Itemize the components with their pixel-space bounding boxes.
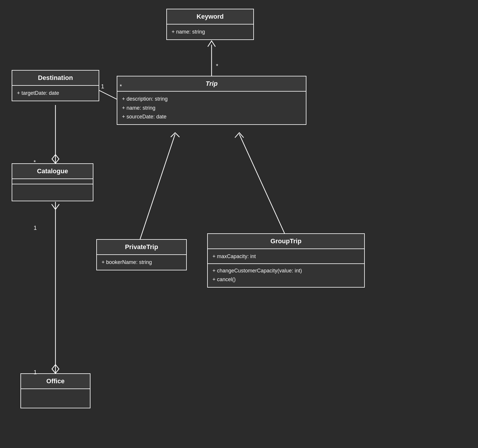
mult-dest-1: 1 (101, 83, 104, 90)
keyword-attr-1: + name: string (172, 27, 249, 36)
group-trip-attr-3: + changeCustomerCapacity(value: int) (212, 266, 360, 275)
mult-office-1: 1 (34, 369, 37, 376)
mult-catalogue-star: * (34, 159, 36, 166)
private-trip-body: + bookerName: string (97, 255, 186, 270)
private-trip-attr-1: + bookerName: string (102, 258, 182, 267)
group-trip-attr-4: + cancel() (212, 275, 360, 284)
group-trip-attr-1: + maxCapacity: int (212, 252, 360, 261)
destination-class: Destination + targetDate: date (12, 70, 99, 101)
private-trip-class: PrivateTrip + bookerName: string (96, 239, 187, 270)
trip-class: Trip + description: string + name: strin… (117, 76, 306, 125)
mult-trip-star: * (120, 83, 122, 90)
catalogue-class: Catalogue (12, 163, 93, 201)
svg-line-3 (239, 134, 285, 233)
group-trip-body: + maxCapacity: int + changeCustomerCapac… (208, 249, 364, 287)
trip-header: Trip (117, 76, 306, 92)
svg-line-1 (99, 90, 117, 99)
destination-attr-1: + targetDate: date (17, 89, 94, 98)
uml-diagram: Keyword + name: string Destination + tar… (0, 0, 478, 448)
group-trip-divider (208, 263, 364, 264)
group-trip-class: GroupTrip + maxCapacity: int + changeCus… (207, 233, 365, 288)
trip-attr-2: + name: string (122, 104, 301, 113)
office-header: Office (21, 374, 90, 389)
office-class: Office (20, 373, 90, 408)
svg-marker-5 (52, 155, 59, 163)
catalogue-header: Catalogue (12, 164, 93, 179)
trip-attr-3: + sourceDate: date (122, 112, 301, 121)
office-body (21, 389, 90, 407)
destination-body: + targetDate: date (12, 86, 99, 101)
group-trip-header: GroupTrip (208, 234, 364, 249)
keyword-body: + name: string (167, 24, 253, 39)
trip-body: + description: string + name: string + s… (117, 92, 306, 124)
svg-line-2 (140, 134, 175, 239)
private-trip-header: PrivateTrip (97, 240, 186, 255)
mult-catalogue-1: 1 (34, 225, 37, 231)
keyword-header: Keyword (167, 9, 253, 24)
keyword-class: Keyword + name: string (166, 9, 254, 40)
mult-keyword-star: * (216, 63, 218, 69)
trip-attr-1: + description: string (122, 94, 301, 104)
svg-marker-7 (52, 365, 59, 373)
catalogue-body (12, 179, 93, 184)
catalogue-body2 (12, 184, 93, 190)
destination-header: Destination (12, 71, 99, 86)
